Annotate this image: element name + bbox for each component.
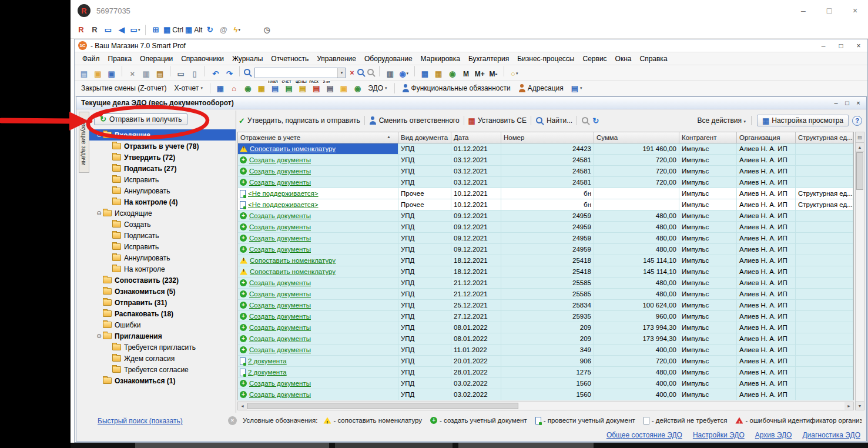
toolbar-icon[interactable] bbox=[504, 66, 504, 76]
tree-item[interactable]: Ошибки bbox=[89, 319, 236, 330]
tree-item[interactable]: Ознакомиться (1) bbox=[89, 375, 236, 386]
column-header[interactable]: Структурная ед... bbox=[796, 132, 853, 143]
row-action-link[interactable]: Сопоставить номенклатуру bbox=[250, 143, 336, 154]
tab-current-tasks[interactable]: Текущие задачи bbox=[79, 112, 89, 173]
new-document-icon[interactable]: ▤ bbox=[78, 68, 90, 79]
radmin-tools-icon[interactable]: R bbox=[89, 24, 100, 36]
copy-value-icon[interactable]: ▥ bbox=[384, 68, 396, 79]
send-receive-button[interactable]: ↻ Отправить и получить bbox=[94, 113, 187, 125]
docs-folder-icon[interactable]: ▣ bbox=[338, 82, 350, 94]
row-action-link[interactable]: Создать документы bbox=[249, 244, 311, 255]
paste-icon[interactable]: ▤ bbox=[154, 68, 166, 79]
row-action-link[interactable]: <Не поддерживается> bbox=[248, 188, 319, 199]
undo-icon[interactable]: ↶ bbox=[210, 68, 222, 79]
tree-item[interactable]: На контроле (4) bbox=[89, 196, 236, 208]
monitor-icon[interactable]: ▭ bbox=[102, 24, 114, 36]
tree-item[interactable]: Ждем согласия bbox=[89, 353, 236, 364]
cut-icon[interactable]: × bbox=[126, 68, 138, 79]
menu-item[interactable]: Справочники bbox=[177, 54, 228, 64]
table-row[interactable]: Создать документы УПД 21.12.2021 25585 4… bbox=[238, 289, 853, 300]
row-action-link[interactable]: Создать документы bbox=[249, 289, 311, 299]
reflection-cell[interactable]: Создать документы bbox=[238, 300, 398, 310]
row-action-link[interactable]: <Не поддерживается> bbox=[248, 199, 319, 210]
toolbar-icon[interactable] bbox=[239, 66, 240, 76]
refresh-list-icon[interactable]: ↻ bbox=[592, 117, 599, 125]
column-header[interactable]: Вид документа bbox=[398, 132, 451, 143]
open-document-icon[interactable]: ▣ bbox=[92, 68, 103, 79]
refresh-icon[interactable]: ↻ bbox=[204, 24, 216, 36]
menu-item[interactable]: Правка bbox=[104, 54, 136, 64]
menu-item[interactable]: Отчетность bbox=[267, 54, 313, 64]
memory-plus-button[interactable]: M+ bbox=[474, 68, 485, 80]
toolbar-icon[interactable] bbox=[145, 25, 146, 35]
tree-item[interactable]: На контроле bbox=[89, 263, 236, 275]
reflection-cell[interactable]: Сопоставить номенклатуру bbox=[238, 143, 398, 154]
speed-indicator-icon[interactable]: ◷ bbox=[261, 24, 273, 36]
table-row[interactable]: Сопоставить номенклатуру УПД 18.12.2021 … bbox=[238, 255, 853, 266]
lightning-icon[interactable]: ϟ▾ bbox=[231, 24, 243, 36]
calculator-icon[interactable]: ◉ bbox=[447, 68, 458, 79]
addressing-button[interactable]: Адресация bbox=[515, 83, 567, 93]
row-action-link[interactable]: Сопоставить номенклатуру bbox=[250, 255, 336, 266]
scroll-track[interactable] bbox=[518, 402, 844, 410]
memory-minus-button[interactable]: M- bbox=[488, 68, 500, 80]
redo-icon[interactable]: ↷ bbox=[223, 68, 235, 79]
menu-item[interactable]: Файл bbox=[78, 54, 104, 64]
menu-item[interactable]: Справка bbox=[635, 54, 671, 64]
menu-item[interactable]: Окна bbox=[611, 54, 636, 64]
row-action-link[interactable]: Создать документы bbox=[249, 233, 311, 243]
prices-icon[interactable]: ЦЕНЫ▤ bbox=[297, 82, 309, 94]
table-row[interactable]: Создать документы УПД 03.12.2021 24581 7… bbox=[238, 155, 853, 166]
table-row[interactable]: Создать документы УПД 09.12.2021 24959 4… bbox=[238, 244, 853, 255]
footer-link[interactable]: Архив ЭДО bbox=[755, 431, 792, 439]
menu-item[interactable]: Сервис bbox=[579, 54, 611, 64]
table-row[interactable]: Создать документы УПД 21.12.2021 25585 4… bbox=[238, 278, 853, 289]
toolbar-icon[interactable] bbox=[414, 66, 415, 76]
column-header[interactable]: Организация bbox=[737, 132, 796, 143]
all-actions-button[interactable]: Все действия ▾ bbox=[698, 116, 746, 125]
ctrl-key-icon[interactable]: ▦Ctrl bbox=[163, 24, 183, 36]
clip-icon[interactable]: @ bbox=[217, 24, 229, 36]
reflection-cell[interactable]: Создать документы bbox=[238, 322, 398, 333]
print-icon[interactable]: ▭ bbox=[175, 68, 187, 79]
table-row[interactable]: Создать документы УПД 09.12.2021 24959 4… bbox=[238, 210, 853, 222]
table-row[interactable]: Создать документы УПД 03.12.2021 24581 7… bbox=[238, 177, 853, 188]
print-preview-icon[interactable]: ▯ bbox=[189, 68, 200, 79]
row-action-link[interactable]: Создать документы bbox=[249, 222, 311, 232]
tree-item[interactable]: Утвердить (72) bbox=[89, 152, 236, 163]
reflection-cell[interactable]: Создать документы bbox=[238, 333, 398, 344]
tree-item[interactable]: Отразить в учете (78) bbox=[89, 141, 236, 152]
reflection-cell[interactable]: Создать документы bbox=[238, 378, 398, 389]
table-row[interactable]: 2 документа УПД 28.01.2022 1275 480,00 И… bbox=[238, 367, 853, 378]
table-row[interactable]: Создать документы УПД 11.01.2022 349 400… bbox=[238, 345, 853, 356]
functional-duties-button[interactable]: Функциональные обязанности bbox=[399, 83, 514, 93]
table-row[interactable]: Сопоставить номенклатуру УПД 01.12.2021 … bbox=[238, 143, 853, 155]
find-previous-icon[interactable] bbox=[367, 68, 376, 77]
reflection-cell[interactable]: 2 документа bbox=[238, 356, 398, 366]
reflection-cell[interactable]: Создать документы bbox=[238, 289, 398, 299]
find-next-icon[interactable] bbox=[357, 68, 366, 77]
horizontal-scrollbar[interactable]: ◄ ► bbox=[237, 402, 854, 410]
doc-restore-button[interactable]: □ bbox=[842, 97, 853, 109]
money-icon[interactable]: ▦ bbox=[256, 82, 267, 94]
column-header[interactable]: Сумма bbox=[594, 132, 679, 143]
staff-icon[interactable]: ◉ bbox=[242, 82, 254, 94]
table-row[interactable]: Создать документы УПД 08.01.2022 209 173… bbox=[238, 322, 853, 333]
footer-link[interactable]: Общее состояние ЭДО bbox=[606, 431, 682, 439]
menu-item[interactable]: Операции bbox=[136, 54, 177, 64]
reflection-cell[interactable]: Создать документы bbox=[238, 177, 398, 188]
menu-item[interactable]: Бизнес-процессы bbox=[513, 54, 578, 64]
reflection-cell[interactable]: Сопоставить номенклатуру bbox=[238, 266, 398, 277]
table-icon[interactable]: ▦ bbox=[419, 68, 431, 79]
reflection-cell[interactable]: Создать документы bbox=[238, 311, 398, 322]
column-header[interactable]: Дата bbox=[451, 132, 501, 143]
column-header[interactable]: Контрагент bbox=[679, 132, 737, 143]
sound-icon[interactable]: ◀ bbox=[116, 24, 128, 36]
service-menu-icon[interactable]: ○▾ bbox=[508, 68, 520, 79]
toolbar-icon[interactable] bbox=[122, 66, 122, 76]
tree-item[interactable]: Аннулировать bbox=[89, 185, 236, 196]
view-mode-icon[interactable]: ▭▾ bbox=[129, 24, 141, 36]
bill-icon[interactable]: СЧЕТ▤ bbox=[283, 82, 295, 94]
memory-button[interactable]: M bbox=[460, 68, 472, 80]
table-row[interactable]: <Не поддерживается> Прочее 10.12.2021 бн… bbox=[238, 199, 853, 210]
